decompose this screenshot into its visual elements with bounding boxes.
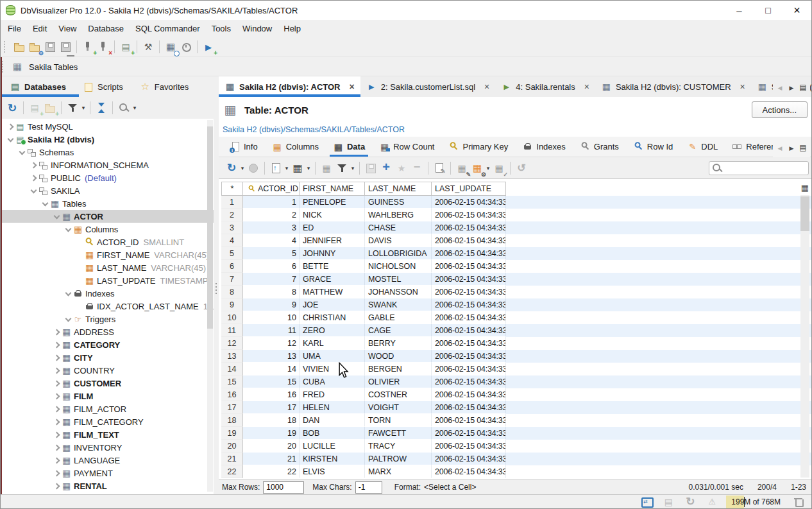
row-number[interactable]: 6 (221, 260, 243, 273)
cell-last-name[interactable]: LOLLOBRIGIDA (365, 247, 432, 260)
cell-actor-id[interactable]: 22 (243, 465, 300, 478)
cell-actor-id[interactable]: 4 (243, 234, 300, 247)
save-edits-icon[interactable] (364, 161, 378, 175)
cell-first-name[interactable]: ED (300, 221, 365, 234)
chevron-down-icon[interactable] (305, 161, 312, 175)
cell-actor-id[interactable]: 21 (243, 453, 300, 465)
cell-actor-id[interactable]: 17 (243, 401, 300, 414)
cell-first-name[interactable]: NICK (300, 209, 365, 221)
panel-splitter[interactable] (214, 76, 219, 494)
chevron-down-icon[interactable] (131, 101, 138, 115)
tree-item[interactable]: IDX_ACTOR_LAST_NAME 1:LAST (1, 300, 214, 313)
cell-actor-id[interactable]: 19 (243, 427, 300, 440)
tree-item[interactable]: Sakila H2 (dbvis) (1, 133, 214, 146)
expander-icon[interactable] (63, 315, 72, 324)
refresh-icon[interactable] (5, 101, 19, 115)
cell-last-name[interactable]: CAGE (365, 324, 432, 337)
tree-item[interactable]: LAST_NAME VARCHAR(45) (1, 261, 214, 274)
cell-last-name[interactable]: BERGEN (365, 363, 432, 375)
cell-last-update[interactable]: 2006-02-15 04:34:33 (432, 311, 506, 324)
cell-actor-id[interactable]: 3 (243, 221, 300, 234)
tree-item[interactable]: LANGUAGE (1, 454, 214, 467)
object-tab[interactable]: DDL (680, 137, 725, 157)
cell-last-update[interactable]: 2006-02-15 04:34:33 (432, 324, 506, 337)
cell-first-name[interactable]: GRACE (300, 273, 365, 286)
save-icon[interactable] (43, 40, 57, 54)
tree-item[interactable]: ADDRESS (1, 325, 214, 338)
cell-last-update[interactable]: 2006-02-15 04:34:33 (432, 247, 506, 260)
row-number[interactable]: 3 (221, 221, 243, 234)
expander-icon[interactable] (52, 456, 61, 465)
table-row[interactable]: 2 2 NICK WAHLBERG 2006-02-15 04:34:33 (221, 209, 811, 221)
column-header-last-update[interactable]: LAST_UPDATE (432, 182, 506, 196)
cell-last-name[interactable]: TORN (365, 414, 432, 427)
menu-item[interactable]: Help (278, 20, 307, 37)
tree-item[interactable]: INFORMATION_SCHEMA (1, 159, 214, 171)
grid-scrollbar[interactable] (800, 182, 810, 478)
cell-first-name[interactable]: KARL (300, 337, 365, 350)
expander-icon[interactable] (29, 186, 38, 195)
cell-actor-id[interactable]: 14 (243, 363, 300, 375)
table-row[interactable]: 1 1 PENELOPE GUINESS 2006-02-15 04:34:33 (221, 196, 811, 209)
cell-last-update[interactable]: 2006-02-15 04:34:33 (432, 234, 506, 247)
cell-actor-id[interactable]: 12 (243, 337, 300, 350)
cell-last-update[interactable]: 2006-02-15 04:34:33 (432, 260, 506, 273)
expander-icon[interactable] (52, 417, 61, 426)
table-row[interactable]: 16 16 FRED COSTNER 2006-02-15 04:34:33 (221, 388, 811, 401)
tree-item[interactable]: FILM_CATEGORY (1, 415, 214, 428)
disconnect-icon[interactable] (96, 40, 110, 54)
row-number[interactable]: 13 (221, 350, 243, 363)
menu-item[interactable]: SQL Commander (130, 20, 206, 37)
object-tab[interactable]: Data (326, 137, 372, 157)
row-number[interactable]: 1 (221, 196, 243, 209)
expander-icon[interactable] (29, 160, 38, 169)
editor-tab[interactable]: Sakila H2 (dbvis): CUSTOMER (595, 76, 751, 97)
cell-actor-id[interactable]: 1 (243, 196, 300, 209)
cell-last-update[interactable]: 2006-02-15 04:34:33 (432, 427, 506, 440)
object-tab[interactable]: Info (223, 137, 265, 157)
table-row[interactable]: 11 11 ZERO CAGE 2006-02-15 04:34:33 (221, 324, 811, 337)
row-number[interactable]: 10 (221, 311, 243, 324)
tree-item[interactable]: CATEGORY (1, 338, 214, 351)
scrollbar-thumb[interactable] (207, 126, 213, 329)
scrollbar-track[interactable] (800, 195, 809, 478)
table-row[interactable]: 5 5 JOHNNY LOLLOBRIGIDA 2006-02-15 04:34… (221, 247, 811, 260)
menu-item[interactable]: Edit (27, 20, 53, 37)
actions-button[interactable]: Actions... (752, 101, 808, 118)
chevron-down-icon[interactable] (239, 161, 246, 175)
row-number[interactable]: 8 (221, 286, 243, 298)
cell-last-name[interactable]: WAHLBERG (365, 209, 432, 221)
menu-item[interactable]: File (2, 20, 27, 37)
cell-first-name[interactable]: JOHNNY (300, 247, 365, 260)
cell-first-name[interactable]: HELEN (300, 401, 365, 414)
cell-actor-id[interactable]: 5 (243, 247, 300, 260)
cell-last-name[interactable]: BERRY (365, 337, 432, 350)
expander-icon[interactable] (63, 225, 72, 234)
recent-tables-icon[interactable] (164, 40, 178, 54)
cell-last-update[interactable]: 2006-02-15 04:34:33 (432, 209, 506, 221)
table-row[interactable]: 3 3 ED CHASE 2006-02-15 04:34:33 (221, 221, 811, 234)
tool-properties-icon[interactable] (141, 40, 155, 54)
row-number[interactable]: 22 (221, 465, 243, 478)
cell-last-update[interactable]: 2006-02-15 04:34:33 (432, 401, 506, 414)
calculate-icon[interactable] (319, 161, 334, 175)
tree-item[interactable]: SAKILA (1, 184, 214, 197)
connect-icon[interactable] (81, 40, 95, 54)
chevron-down-icon[interactable] (283, 161, 290, 175)
cell-last-update[interactable]: 2006-02-15 04:34:33 (432, 414, 506, 427)
scrollbar-thumb[interactable] (800, 196, 809, 231)
expander-icon[interactable] (75, 276, 84, 285)
cell-first-name[interactable]: MATTHEW (300, 286, 365, 298)
stop-icon[interactable] (246, 161, 260, 175)
table-row[interactable]: 19 19 BOB FAWCETT 2006-02-15 04:34:33 (221, 427, 811, 440)
tree-item[interactable]: Indexes (1, 287, 214, 300)
cell-last-name[interactable]: SWANK (365, 298, 432, 311)
expander-icon[interactable] (52, 443, 61, 452)
table-row[interactable]: 20 20 LUCILLE TRACY 2006-02-15 04:34:33 (221, 440, 811, 453)
expander-icon[interactable] (52, 353, 61, 362)
tree-item[interactable]: FILM_ACTOR (1, 402, 214, 415)
menu-item[interactable]: Tools (206, 20, 237, 37)
reload-grid-icon[interactable] (224, 161, 239, 175)
cell-last-update[interactable]: 2006-02-15 04:34:33 (432, 298, 506, 311)
cell-first-name[interactable]: UMA (300, 350, 365, 363)
